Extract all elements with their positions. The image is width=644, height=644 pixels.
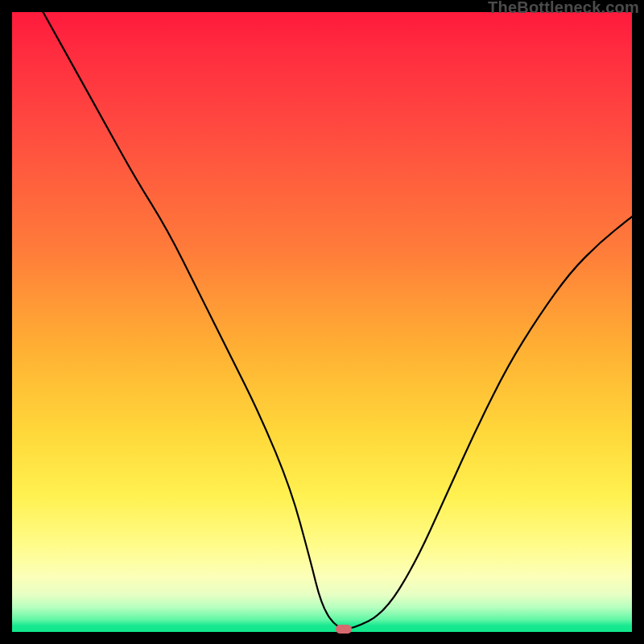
watermark-text: TheBottleneck.com <box>488 0 639 17</box>
bottleneck-curve <box>12 12 632 632</box>
chart-frame: TheBottleneck.com <box>0 0 644 644</box>
optimum-marker <box>336 625 352 634</box>
curve-path <box>43 12 633 629</box>
plot-area <box>12 12 632 632</box>
